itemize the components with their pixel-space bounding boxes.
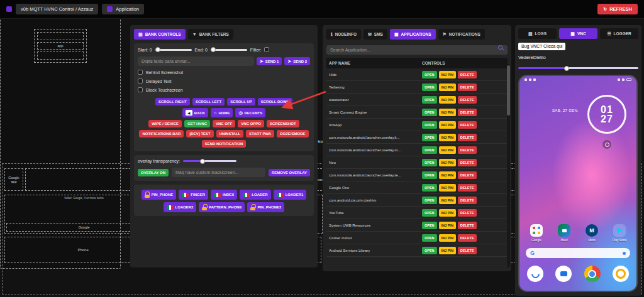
- dev-test-button[interactable]: [DEV] TEST: [186, 130, 213, 138]
- doze-smode-button[interactable]: DOZE/SMODE: [277, 130, 308, 138]
- messages-app-icon[interactable]: [555, 266, 572, 282]
- inj-pin-button[interactable]: INJ PIN: [439, 171, 456, 179]
- open-button[interactable]: OPEN: [422, 171, 437, 179]
- open-button[interactable]: OPEN: [422, 159, 437, 166]
- pin-phone-button[interactable]: PIN_PHONE: [142, 190, 177, 200]
- open-button[interactable]: OPEN: [422, 134, 437, 141]
- delete-button[interactable]: DELETE: [458, 134, 477, 141]
- delete-button[interactable]: DELETE: [458, 209, 477, 217]
- tab-notifications[interactable]: ⚑ NOTIFICATIONS: [438, 29, 485, 40]
- vnc-oppo-button[interactable]: VNC OPPO: [238, 120, 264, 127]
- phone-play-store-app[interactable]: Play Store: [610, 224, 629, 242]
- scroll-down-button[interactable]: SCROLL DOWN: [258, 98, 292, 105]
- inj-pin-button[interactable]: INJ PIN: [439, 247, 456, 254]
- phone-google-folder[interactable]: Google: [527, 224, 546, 242]
- send-notification-button[interactable]: SEND NOTIFICATION: [202, 140, 247, 148]
- vnc-phone-screen[interactable]: SAB, 27 GEN. 01 27 Google Meet M Moto Pl…: [518, 75, 638, 292]
- start-pwa-button[interactable]: START PWA: [246, 130, 274, 138]
- loader-button[interactable]: LOADER: [240, 190, 270, 200]
- open-button[interactable]: OPEN: [422, 184, 437, 192]
- location-pin-icon[interactable]: [602, 140, 611, 149]
- inj-pin-button[interactable]: INJ PIN: [439, 121, 456, 129]
- wireframe-widget-row[interactable]: [37, 51, 84, 60]
- notifications-bar-button[interactable]: NOTIFICATIONS BAR: [139, 130, 184, 138]
- tab-nodeinfo[interactable]: ℹ NODEINFO: [326, 29, 361, 40]
- finger-button[interactable]: FINGER: [179, 190, 208, 200]
- delete-button[interactable]: DELETE: [458, 197, 477, 204]
- phone-meet-app[interactable]: Meet: [555, 224, 574, 242]
- inj-pin-button[interactable]: INJ PIN: [439, 71, 456, 78]
- loader1-button[interactable]: LOADER1: [274, 190, 307, 200]
- inj-pin-button[interactable]: INJ PIN: [439, 222, 456, 229]
- tab-applications[interactable]: ▦ APPLICATIONS: [390, 29, 436, 40]
- loader2-button[interactable]: LOADER2: [164, 202, 197, 212]
- camera-app-icon[interactable]: [613, 266, 629, 282]
- delete-button[interactable]: DELETE: [458, 222, 477, 229]
- scroll-up-button[interactable]: SCROLL UP: [227, 98, 255, 105]
- wireframe-google-app[interactable]: Google app: [4, 168, 23, 191]
- delete-button[interactable]: DELETE: [458, 159, 477, 166]
- overlay-text-input[interactable]: [172, 168, 265, 177]
- delete-button[interactable]: DELETE: [458, 96, 477, 104]
- wireframe-widget-box[interactable]: app: [34, 29, 87, 63]
- delete-button[interactable]: DELETE: [458, 234, 477, 242]
- tab-logs[interactable]: ▤ LOGS: [518, 28, 557, 39]
- inj-pin-button[interactable]: INJ PIN: [439, 134, 456, 141]
- start-slider[interactable]: [155, 49, 192, 51]
- open-button[interactable]: OPEN: [422, 222, 437, 229]
- delete-button[interactable]: DELETE: [458, 71, 477, 78]
- inj-pin-button[interactable]: INJ PIN: [439, 184, 456, 192]
- open-button[interactable]: OPEN: [422, 121, 437, 129]
- back-button[interactable]: ◀BACK: [182, 108, 208, 117]
- send2-button[interactable]: ➤ SEND 2: [284, 57, 310, 65]
- pin-phone2-button[interactable]: PIN_PHONE2: [247, 202, 284, 212]
- behind-screenshot-checkbox[interactable]: [138, 70, 143, 75]
- tab-bank-controls[interactable]: ▥ BANK CONTROLS: [134, 29, 186, 40]
- inj-pin-button[interactable]: INJ PIN: [439, 234, 456, 242]
- inj-pin-button[interactable]: INJ PIN: [439, 84, 456, 91]
- open-button[interactable]: OPEN: [422, 209, 437, 217]
- inj-pin-button[interactable]: INJ PIN: [439, 146, 456, 154]
- inj-pin-button[interactable]: INJ PIN: [439, 197, 456, 204]
- scroll-left-button[interactable]: SCROLL LEFT: [192, 98, 225, 105]
- wipe-device-button[interactable]: WIPE / DEVICE: [148, 120, 182, 127]
- send1-button[interactable]: ➤ SEND 1: [257, 57, 282, 65]
- phone-moto-app[interactable]: M Moto: [582, 224, 601, 242]
- delete-button[interactable]: DELETE: [458, 146, 477, 154]
- scroll-right-button[interactable]: SCROLL RIGHT: [155, 98, 190, 105]
- open-button[interactable]: OPEN: [422, 96, 437, 104]
- screenshot-button[interactable]: SCREENSHOT: [267, 120, 299, 127]
- open-button[interactable]: OPEN: [422, 146, 437, 154]
- open-button[interactable]: OPEN: [422, 234, 437, 242]
- open-button[interactable]: OPEN: [422, 247, 437, 254]
- overlay-transparency-slider[interactable]: [183, 160, 236, 162]
- hvnc-control-button[interactable]: v0b MQTT HVNC Control / Azzauz: [16, 4, 98, 14]
- delayed-text-checkbox[interactable]: [138, 78, 143, 84]
- apps-scrollbar[interactable]: [507, 64, 510, 267]
- send-text-input[interactable]: [138, 57, 254, 66]
- apps-scrollbar-thumb[interactable]: [507, 65, 510, 116]
- refresh-button[interactable]: ↻ REFRESH: [597, 4, 638, 14]
- application-button[interactable]: Application: [102, 4, 144, 14]
- tab-logger[interactable]: ☰ LOGGER: [600, 28, 638, 39]
- inj-pin-button[interactable]: INJ PIN: [439, 159, 456, 166]
- block-touchscreen-checkbox[interactable]: [138, 87, 143, 92]
- remove-overlay-button[interactable]: REMOVE OVERLAY: [269, 169, 310, 176]
- delete-button[interactable]: DELETE: [458, 247, 477, 254]
- end-slider[interactable]: [211, 49, 247, 51]
- overlay-on-button[interactable]: OVERLAY ON: [138, 169, 169, 176]
- vedere-dietro-slider[interactable]: [518, 67, 638, 69]
- bug-vnc-tooltip[interactable]: Bug VNC? Clicca qui: [518, 43, 565, 50]
- recents-button[interactable]: ◷RECENTS: [235, 108, 265, 117]
- inj-pin-button[interactable]: INJ PIN: [439, 96, 456, 104]
- phone-search-bar[interactable]: G: [526, 248, 630, 258]
- delete-button[interactable]: DELETE: [458, 171, 477, 179]
- chrome-app-icon[interactable]: [584, 266, 601, 282]
- delete-button[interactable]: DELETE: [458, 184, 477, 192]
- delete-button[interactable]: DELETE: [458, 84, 477, 91]
- inj-pin-button[interactable]: INJ PIN: [439, 209, 456, 217]
- uninstall-button[interactable]: UNINSTALL: [216, 130, 244, 138]
- app-search-input[interactable]: [326, 45, 508, 55]
- phone-app-icon[interactable]: [527, 266, 543, 282]
- inj-pin-button[interactable]: INJ PIN: [439, 109, 456, 116]
